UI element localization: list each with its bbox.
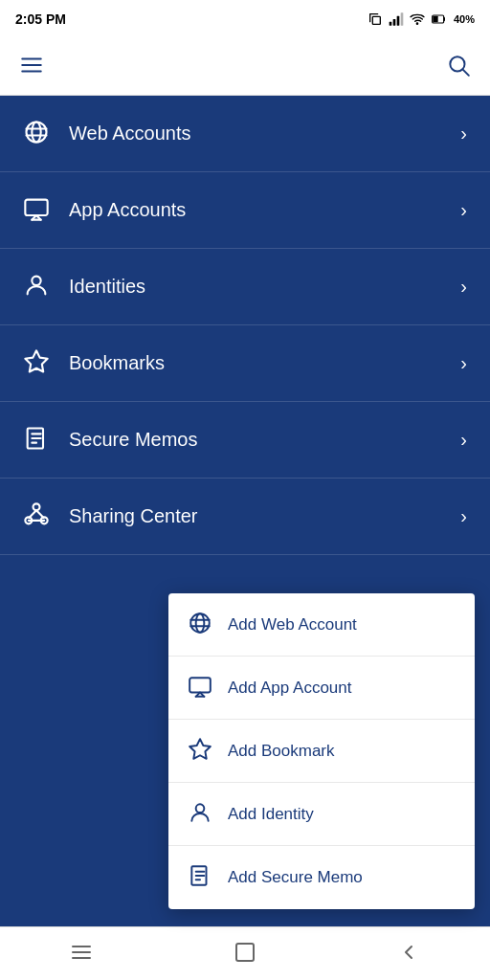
svg-point-14 xyxy=(32,122,40,142)
app-accounts-label: App Accounts xyxy=(69,199,186,221)
nav-item-identities[interactable]: Identities › xyxy=(0,249,490,325)
add-bookmark-item[interactable]: Add Bookmark xyxy=(168,720,475,783)
bottom-nav-back[interactable] xyxy=(397,941,420,968)
svg-rect-1 xyxy=(390,22,392,26)
nav-item-app-accounts[interactable]: App Accounts › xyxy=(0,172,490,249)
person-icon xyxy=(23,272,50,302)
svg-rect-4 xyxy=(401,12,404,25)
add-web-account-label: Add Web Account xyxy=(228,615,357,635)
svg-line-29 xyxy=(36,510,44,518)
wifi-icon xyxy=(410,11,425,27)
nav-item-secure-memos[interactable]: Secure Memos › xyxy=(0,402,490,479)
chevron-icon: › xyxy=(460,276,467,298)
add-identity-label: Add Identity xyxy=(228,805,314,824)
add-app-account-label: Add App Account xyxy=(228,679,352,698)
person-dropdown-icon xyxy=(188,800,212,829)
add-bookmark-label: Add Bookmark xyxy=(228,742,335,761)
svg-rect-46 xyxy=(236,944,254,961)
search-button[interactable] xyxy=(446,53,471,81)
svg-point-5 xyxy=(416,23,417,24)
svg-point-31 xyxy=(190,613,210,633)
svg-rect-3 xyxy=(397,16,400,26)
svg-line-12 xyxy=(463,69,469,75)
memo-icon xyxy=(23,425,50,456)
add-secure-memo-item[interactable]: Add Secure Memo xyxy=(168,846,475,909)
svg-rect-2 xyxy=(393,19,396,26)
add-secure-memo-label: Add Secure Memo xyxy=(228,868,363,887)
add-app-account-item[interactable]: Add App Account xyxy=(168,657,475,720)
svg-marker-37 xyxy=(189,739,211,759)
nav-item-sharing-center[interactable]: Sharing Center › xyxy=(0,479,490,555)
share-icon xyxy=(23,501,50,532)
identities-label: Identities xyxy=(69,276,145,298)
svg-point-32 xyxy=(196,613,205,633)
add-web-account-item[interactable]: Add Web Account xyxy=(168,593,475,657)
nav-list: Web Accounts › App Accounts › xyxy=(0,96,490,555)
status-icons: 40% xyxy=(368,11,475,27)
star-icon xyxy=(23,348,50,379)
memo-dropdown-icon xyxy=(188,863,212,892)
web-accounts-label: Web Accounts xyxy=(69,122,190,145)
svg-rect-35 xyxy=(189,678,211,692)
star-dropdown-icon xyxy=(188,737,212,766)
bookmarks-label: Bookmarks xyxy=(69,352,165,374)
menu-button[interactable] xyxy=(19,53,44,81)
monitor-dropdown-icon xyxy=(188,674,212,702)
nav-item-web-accounts[interactable]: Web Accounts › xyxy=(0,96,490,172)
copy-icon xyxy=(368,11,383,27)
chevron-icon: › xyxy=(460,352,467,374)
bottom-nav-home[interactable] xyxy=(234,941,256,968)
monitor-icon xyxy=(23,195,50,226)
globe-icon xyxy=(23,119,50,149)
bottom-nav-menu[interactable] xyxy=(70,941,93,968)
secure-memos-label: Secure Memos xyxy=(69,429,198,451)
chevron-icon: › xyxy=(460,122,467,145)
svg-rect-17 xyxy=(25,199,47,214)
battery-percent: 40% xyxy=(454,13,475,25)
svg-point-25 xyxy=(33,503,40,510)
signal-icon xyxy=(389,11,404,27)
svg-line-28 xyxy=(29,510,36,518)
add-identity-item[interactable]: Add Identity xyxy=(168,783,475,846)
globe-dropdown-icon xyxy=(188,611,212,639)
svg-marker-20 xyxy=(25,350,47,371)
svg-point-19 xyxy=(32,276,40,284)
sharing-center-label: Sharing Center xyxy=(69,505,198,527)
add-item-dropdown: Add Web Account Add App Account Add Book… xyxy=(168,593,475,909)
svg-point-13 xyxy=(27,122,47,142)
chevron-icon: › xyxy=(460,505,467,527)
svg-rect-7 xyxy=(433,16,437,23)
nav-item-bookmarks[interactable]: Bookmarks › xyxy=(0,325,490,402)
status-bar: 2:05 PM 40% xyxy=(0,0,490,38)
svg-point-38 xyxy=(196,804,205,813)
battery-icon xyxy=(431,11,448,27)
svg-rect-0 xyxy=(372,16,380,24)
top-app-bar xyxy=(0,38,490,96)
chevron-icon: › xyxy=(460,429,467,451)
status-time: 2:05 PM xyxy=(15,11,66,27)
chevron-icon: › xyxy=(460,199,467,221)
bottom-nav xyxy=(0,926,490,980)
